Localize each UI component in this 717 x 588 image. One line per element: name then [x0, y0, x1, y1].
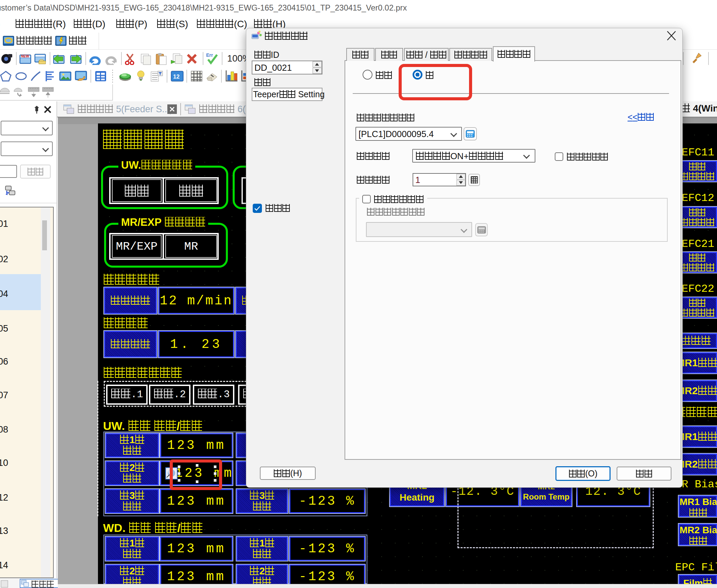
svg-text:NEW: NEW: [21, 54, 29, 58]
svg-text:12: 12: [173, 73, 180, 80]
svg-text:Err: Err: [206, 52, 213, 58]
